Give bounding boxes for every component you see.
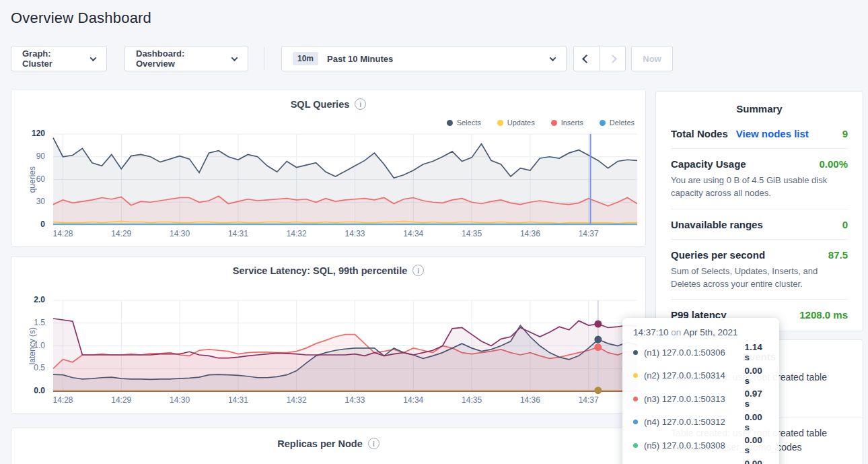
tooltip-row: (n6) 127.0.0.1:503100.00 s (633, 459, 770, 464)
sql-queries-panel: SQL Queries i SelectsUpdatesInsertsDelet… (11, 90, 646, 246)
legend-label: Deletes (610, 119, 635, 127)
service-latency-panel: Service Latency: SQL, 99th percentile i … (11, 256, 646, 413)
legend-label: Inserts (561, 119, 583, 127)
time-range-badge: 10m (293, 52, 318, 65)
summary-row-value: 1208.0 ms (799, 309, 848, 321)
chart-plot-area[interactable] (53, 300, 637, 391)
tooltip-row: (n1) 127.0.0.1:503061.14 s (633, 342, 770, 362)
tooltip-node-value: 1.14 s (745, 342, 770, 362)
time-range-label: Past 10 Minutes (327, 54, 550, 64)
summary-row-description: You are using 0 B of 4.5 GiB usable disk… (671, 174, 848, 200)
x-tick-label: 14:29 (111, 395, 131, 405)
y-tick-label: 30 (11, 197, 45, 206)
now-button[interactable]: Now (631, 46, 673, 71)
x-tick-label: 14:36 (520, 229, 540, 238)
summary-row-value: 9 (842, 128, 848, 139)
tooltip-row: (n5) 127.0.0.1:503080.00 s (633, 435, 770, 455)
chart-plot-area[interactable] (53, 134, 637, 225)
summary-row-value: 0.00% (819, 158, 848, 170)
y-axis-labels: 0.00.51.01.52.0 (11, 257, 49, 413)
tooltip-node-label: (n3) 127.0.0.1:50313 (644, 394, 745, 404)
summary-row: Total NodesView nodes list9 (671, 119, 848, 148)
hover-point-dot (594, 343, 602, 351)
chevron-left-icon (583, 55, 591, 63)
x-axis-labels: 14:2814:2914:3014:3114:3214:3314:3414:35… (53, 395, 637, 406)
x-tick-label: 14:37 (579, 395, 599, 405)
x-tick-label: 14:30 (170, 395, 190, 405)
legend-color-dot (497, 120, 503, 126)
hover-point-dot (594, 387, 602, 394)
x-tick-label: 14:32 (287, 395, 307, 405)
x-tick-label: 14:35 (462, 229, 482, 238)
chart-hover-tooltip: 14:37:10 on Apr 5th, 2021 (n1) 127.0.0.1… (622, 318, 779, 464)
x-tick-label: 14:33 (345, 395, 365, 405)
info-icon[interactable]: i (368, 438, 379, 449)
y-tick-label: 0 (11, 220, 45, 229)
summary-card: Summary Total NodesView nodes list9Capac… (655, 91, 863, 331)
summary-row: Capacity Usage0.00%You are using 0 B of … (671, 148, 848, 209)
x-tick-label: 14:31 (228, 229, 248, 238)
tooltip-row: (n3) 127.0.0.1:503130.97 s (633, 389, 770, 409)
x-tick-label: 14:34 (403, 395, 423, 405)
x-tick-label: 14:31 (228, 395, 248, 405)
legend-item-selects: Selects (447, 119, 481, 127)
chevron-down-icon (231, 55, 238, 61)
chart-title-text: Service Latency: SQL, 99th percentile (233, 265, 408, 276)
summary-row-label: Capacity Usage (671, 158, 746, 170)
x-tick-label: 14:32 (287, 229, 307, 238)
y-tick-label: 2.0 (11, 295, 45, 304)
legend-color-dot (600, 120, 606, 126)
summary-row-label: Total Nodes (671, 128, 728, 139)
tooltip-node-value: 0.00 s (745, 366, 770, 386)
series-color-dot (633, 350, 638, 355)
graph-dropdown[interactable]: Graph: Cluster (11, 46, 107, 71)
x-tick-label: 14:35 (462, 395, 482, 405)
tooltip-node-value: 0.00 s (745, 459, 770, 464)
now-button-label: Now (643, 54, 661, 64)
page-title: Overview Dashboard (11, 9, 151, 27)
x-tick-label: 14:28 (52, 395, 73, 405)
time-nav-group (573, 46, 626, 71)
hover-point-dot (594, 321, 602, 328)
summary-row: Unavailable ranges0 (671, 209, 848, 239)
series-color-dot (633, 373, 638, 378)
view-nodes-list-link[interactable]: View nodes list (736, 128, 809, 139)
chevron-down-icon (550, 55, 556, 61)
x-tick-label: 14:33 (345, 229, 365, 238)
x-tick-label: 14:30 (170, 229, 190, 238)
chart-title: Replicas per Node i (11, 438, 645, 449)
legend-color-dot (551, 120, 557, 126)
time-next-button[interactable] (600, 46, 625, 71)
y-tick-label: 90 (11, 152, 45, 161)
tooltip-node-label: (n1) 127.0.0.1:50306 (644, 347, 745, 358)
summary-row-value: 0 (842, 219, 848, 230)
tooltip-node-label: (n4) 127.0.0.1:50312 (644, 417, 745, 427)
legend-label: Updates (507, 119, 535, 127)
chevron-right-icon (608, 55, 617, 63)
y-tick-label: 1.0 (11, 341, 45, 350)
x-tick-label: 14:34 (403, 229, 423, 238)
summary-row-label: Unavailable ranges (671, 219, 763, 230)
info-icon[interactable]: i (412, 265, 424, 276)
y-tick-label: 120 (11, 129, 45, 138)
dashboard-dropdown[interactable]: Dashboard: Overview (124, 46, 248, 71)
chart-title: SQL Queries i (11, 98, 645, 110)
y-tick-label: 0.5 (11, 363, 45, 372)
x-tick-label: 14:28 (52, 229, 73, 238)
summary-row-label: Queries per second (671, 249, 765, 261)
tooltip-node-value: 0.00 s (745, 412, 770, 432)
summary-row-value: 87.5 (828, 249, 848, 261)
legend-item-updates: Updates (497, 119, 535, 127)
legend-item-deletes: Deletes (600, 119, 635, 127)
x-tick-label: 14:29 (111, 229, 131, 238)
x-tick-label: 14:36 (520, 395, 540, 405)
time-range-selector[interactable]: 10m Past 10 Minutes (281, 46, 567, 71)
x-axis-labels: 14:2814:2914:3014:3114:3214:3314:3414:35… (53, 229, 637, 240)
chart-title-text: Replicas per Node (277, 438, 363, 449)
info-icon[interactable]: i (355, 98, 366, 110)
y-tick-label: 1.5 (11, 318, 45, 327)
summary-row: Queries per second87.5Sum of Selects, Up… (671, 239, 848, 300)
y-tick-label: 60 (11, 174, 45, 184)
chart-legend: SelectsUpdatesInsertsDeletes (447, 119, 635, 127)
time-prev-button[interactable] (574, 46, 600, 71)
